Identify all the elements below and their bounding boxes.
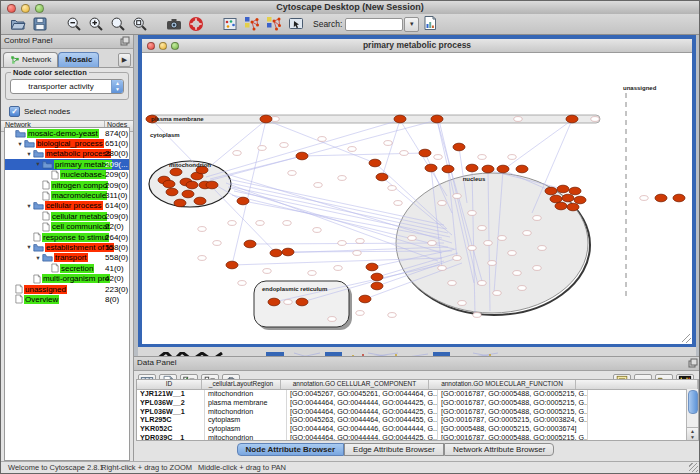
network-node[interactable]: [557, 185, 569, 193]
network-node[interactable]: [533, 266, 541, 271]
network-node[interactable]: [384, 141, 392, 146]
tree-row-cell-communicat[interactable]: cell communicat22(0): [5, 222, 129, 232]
snapshot-button[interactable]: [165, 15, 183, 34]
network-node[interactable]: [318, 137, 326, 142]
cell-region[interactable]: cytoplasm: [205, 425, 287, 434]
tab-node-attribute-browser[interactable]: Node Attribute Browser: [237, 443, 345, 456]
network-node[interactable]: [468, 211, 476, 216]
float-panel-icon[interactable]: [120, 36, 130, 46]
select-nodes-checkbox[interactable]: ✓: [9, 106, 20, 117]
network-node[interactable]: [314, 183, 322, 188]
network-edge[interactable]: [202, 120, 266, 173]
network-node[interactable]: [280, 143, 288, 148]
network-node[interactable]: [388, 313, 396, 318]
network-node[interactable]: [545, 187, 557, 195]
network-node[interactable]: [237, 197, 249, 205]
save-button[interactable]: [31, 15, 49, 34]
cell-cellular-component[interactable]: [GO:0044464, GO:0044444, GO:0044425, G..…: [287, 408, 438, 417]
network-node[interactable]: [258, 146, 266, 151]
network-node[interactable]: [550, 195, 562, 203]
cell-molecular-function[interactable]: [GO:0005488, GO:0005215, GO:0003674]: [438, 425, 588, 434]
network-node[interactable]: [562, 194, 574, 202]
cell-id[interactable]: YLR295C: [137, 416, 205, 425]
network-node[interactable]: [233, 151, 241, 156]
expander-icon[interactable]: ▼: [34, 255, 42, 261]
background-windows-strip[interactable]: [138, 347, 696, 356]
cell-cellular-component[interactable]: [GO:0044464, GO:0044446, GO:0044444, G..…: [287, 425, 438, 434]
network-node[interactable]: [356, 239, 364, 244]
zoom-out-button[interactable]: [65, 15, 83, 34]
scrollbar-thumb[interactable]: [688, 390, 698, 414]
network-node[interactable]: [170, 168, 182, 176]
tree-row-biological-process[interactable]: ▼biological_process651(0): [5, 138, 129, 148]
network-node[interactable]: [198, 227, 206, 232]
network-node[interactable]: [206, 181, 218, 189]
tree-row-cellular-process[interactable]: ▼cellular process614(0): [5, 201, 129, 211]
expander-icon[interactable]: ▼: [25, 151, 33, 157]
tree-row-secretion[interactable]: secretion41(0): [5, 263, 129, 273]
network-node[interactable]: [516, 165, 528, 173]
network-node[interactable]: [284, 300, 292, 305]
network-node[interactable]: [270, 249, 282, 257]
cell-cellular-component[interactable]: [GO:0044464, GO:0044444, GO:0044425, G..…: [287, 399, 438, 408]
tree-row-primary-metabo[interactable]: ▼primary metabo209(...: [5, 159, 129, 169]
network-node[interactable]: [493, 291, 501, 296]
network-node[interactable]: [338, 241, 346, 246]
network-node[interactable]: [640, 196, 648, 201]
network-view-window[interactable]: primary metabolic process plasma membran…: [138, 35, 696, 347]
network-node[interactable]: [673, 194, 685, 202]
tree-row-cellular-metabo[interactable]: cellular metabo209(0): [5, 211, 129, 221]
network-node[interactable]: [268, 298, 280, 306]
network-node[interactable]: [296, 298, 308, 306]
table-row[interactable]: YJR121W__1mitochondrion[GO:0045267, GO:0…: [137, 390, 698, 399]
table-row[interactable]: YDR039C__1mitochondrion[GO:0044464, GO:0…: [137, 434, 698, 441]
network-node[interactable]: [334, 266, 342, 271]
network-node[interactable]: [431, 115, 443, 123]
tree-row-nitrogen-compo[interactable]: nitrogen compo209(0): [5, 180, 129, 190]
network-node[interactable]: [174, 199, 186, 207]
network-node[interactable]: [313, 228, 321, 233]
expander-icon[interactable]: ▼: [16, 141, 24, 147]
network-node[interactable]: [283, 221, 291, 226]
network-node[interactable]: [538, 246, 546, 251]
cell-region[interactable]: mitochondrion: [205, 434, 287, 441]
network-node[interactable]: [434, 155, 442, 160]
network-node[interactable]: [308, 271, 316, 276]
network-node[interactable]: [473, 313, 481, 318]
network-edge[interactable]: [206, 120, 400, 177]
cell-id[interactable]: YDR039C__1: [137, 434, 205, 441]
network-node[interactable]: [566, 115, 578, 123]
tree-row-metabolic-process[interactable]: ▼metabolic process280(0): [5, 149, 129, 159]
network-node[interactable]: [186, 181, 198, 189]
tree-row-nucleobase-[interactable]: nucleobase-209(0): [5, 170, 129, 180]
scrollbar-arrows[interactable]: ▲▼: [687, 427, 698, 440]
annotation-desktop-button[interactable]: [287, 15, 305, 34]
network-node[interactable]: [371, 282, 383, 290]
cell-region[interactable]: mitochondrion: [205, 390, 287, 399]
cell-id[interactable]: YPL036W__2: [137, 399, 205, 408]
float-data-panel-icon[interactable]: [688, 358, 698, 368]
network-node[interactable]: [425, 164, 437, 172]
tab-edge-attribute-browser[interactable]: Edge Attribute Browser: [344, 443, 444, 456]
network-node[interactable]: [263, 269, 271, 274]
cell-molecular-function[interactable]: [GO:0016787, GO:0005215, GO:0003824, G..…: [438, 416, 588, 425]
network-node[interactable]: [288, 171, 296, 176]
network-node[interactable]: [484, 241, 492, 246]
network-node[interactable]: [244, 240, 256, 248]
network-node[interactable]: [356, 311, 364, 316]
network-edge[interactable]: [210, 156, 302, 179]
cell-cellular-component[interactable]: [GO:0044464, GO:0044444, GO:0044425, G..…: [287, 434, 438, 441]
network-node[interactable]: [394, 115, 406, 123]
network-node[interactable]: [514, 117, 522, 122]
network-node[interactable]: [163, 180, 175, 188]
network-node[interactable]: [359, 295, 371, 303]
window-resize-grip[interactable]: [689, 463, 698, 472]
cell-region[interactable]: cytoplasm: [205, 416, 287, 425]
search-dropdown-button[interactable]: ▾: [404, 17, 419, 32]
tree-row-establishment-of-lo[interactable]: ▼establishment of lo558(0): [5, 242, 129, 252]
cell-molecular-function[interactable]: [GO:0016787, GO:0005488, GO:0005215, G..…: [438, 399, 588, 408]
tab-mosaic[interactable]: Mosaic: [58, 52, 99, 67]
network-node[interactable]: [282, 248, 294, 256]
network-node[interactable]: [338, 176, 346, 181]
network-node[interactable]: [348, 147, 356, 152]
